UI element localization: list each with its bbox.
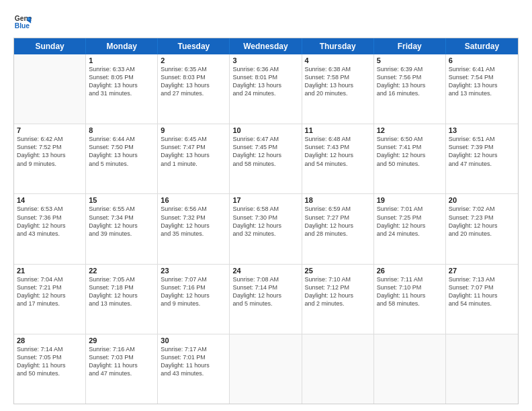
- day-info-line: Daylight: 12 hours: [232, 151, 298, 159]
- day-info-line: Sunrise: 6:55 AM: [89, 205, 154, 213]
- day-info-line: Daylight: 13 hours: [232, 81, 298, 89]
- logo: General Blue: [13, 12, 32, 31]
- day-info-line: Sunset: 7:16 PM: [161, 283, 226, 291]
- weekday-header-thursday: Thursday: [302, 38, 374, 54]
- day-info-line: Sunrise: 6:53 AM: [17, 205, 83, 213]
- day-info-line: Daylight: 12 hours: [17, 291, 83, 300]
- calendar-row-4: 21Sunrise: 7:04 AMSunset: 7:21 PMDayligh…: [14, 264, 518, 334]
- day-info-line: Sunrise: 6:50 AM: [377, 135, 443, 143]
- day-info-line: Sunset: 7:23 PM: [449, 214, 515, 222]
- day-info-line: Sunset: 7:39 PM: [449, 143, 515, 151]
- day-info-line: Sunset: 7:18 PM: [89, 283, 154, 291]
- day-cell-20: 20Sunrise: 7:02 AMSunset: 7:23 PMDayligh…: [446, 194, 518, 263]
- day-number: 7: [17, 126, 83, 134]
- day-info-line: and 5 minutes.: [232, 300, 298, 308]
- day-info-line: and 28 minutes.: [305, 230, 371, 238]
- day-info-line: Sunrise: 7:10 AM: [305, 275, 371, 283]
- day-number: 28: [17, 336, 83, 345]
- day-number: 1: [89, 56, 154, 64]
- day-info-line: Daylight: 13 hours: [89, 151, 154, 159]
- weekday-header-tuesday: Tuesday: [158, 38, 230, 54]
- calendar-header: SundayMondayTuesdayWednesdayThursdayFrid…: [14, 38, 518, 54]
- day-number: 17: [232, 196, 298, 204]
- day-info-line: and 20 minutes.: [449, 230, 515, 238]
- day-number: 4: [305, 56, 371, 64]
- day-info-line: Daylight: 12 hours: [17, 222, 83, 230]
- day-cell-8: 8Sunrise: 6:44 AMSunset: 7:50 PMDaylight…: [86, 124, 158, 193]
- day-info-line: Sunrise: 6:45 AM: [161, 135, 226, 143]
- weekday-header-sunday: Sunday: [14, 38, 86, 54]
- day-number: 26: [377, 267, 443, 275]
- day-info-line: Sunrise: 7:13 AM: [449, 275, 515, 283]
- day-number: 24: [232, 267, 298, 275]
- day-info-line: Sunrise: 6:42 AM: [17, 135, 83, 143]
- day-info-line: Daylight: 12 hours: [305, 151, 371, 159]
- calendar-row-2: 7Sunrise: 6:42 AMSunset: 7:52 PMDaylight…: [14, 124, 518, 193]
- day-info-line: Daylight: 12 hours: [377, 151, 443, 159]
- day-info-line: and 20 minutes.: [305, 89, 371, 97]
- day-info-line: Sunrise: 6:38 AM: [305, 65, 371, 73]
- day-info-line: Sunrise: 6:48 AM: [305, 135, 371, 143]
- day-cell-25: 25Sunrise: 7:10 AMSunset: 7:12 PMDayligh…: [302, 265, 374, 334]
- day-info-line: Daylight: 13 hours: [161, 81, 226, 89]
- day-number: 10: [232, 126, 298, 134]
- day-cell-28: 28Sunrise: 7:14 AMSunset: 7:05 PMDayligh…: [14, 334, 86, 404]
- weekday-header-wednesday: Wednesday: [230, 38, 302, 54]
- day-info-line: Sunrise: 7:05 AM: [89, 275, 154, 283]
- day-info-line: and 2 minutes.: [305, 300, 371, 308]
- calendar-row-1: 1Sunrise: 6:33 AMSunset: 8:05 PMDaylight…: [14, 54, 518, 124]
- day-number: 16: [161, 196, 226, 204]
- day-info-line: and 9 minutes.: [17, 160, 83, 168]
- day-cell-16: 16Sunrise: 6:56 AMSunset: 7:32 PMDayligh…: [158, 194, 230, 263]
- day-info-line: Daylight: 12 hours: [232, 291, 298, 300]
- empty-cell: [230, 334, 302, 404]
- day-info-line: Sunset: 7:32 PM: [161, 214, 226, 222]
- day-info-line: and 16 minutes.: [377, 89, 443, 97]
- day-info-line: and 24 minutes.: [232, 89, 298, 97]
- day-cell-7: 7Sunrise: 6:42 AMSunset: 7:52 PMDaylight…: [14, 124, 86, 193]
- day-info-line: Sunrise: 7:08 AM: [232, 275, 298, 283]
- day-info-line: Daylight: 13 hours: [17, 151, 83, 159]
- calendar-row-3: 14Sunrise: 6:53 AMSunset: 7:36 PMDayligh…: [14, 193, 518, 263]
- day-info-line: Daylight: 12 hours: [449, 222, 515, 230]
- day-info-line: Sunset: 7:01 PM: [161, 353, 226, 361]
- day-info-line: Sunset: 7:14 PM: [232, 283, 298, 291]
- day-info-line: and 43 minutes.: [17, 230, 83, 238]
- day-info-line: Sunset: 7:54 PM: [449, 73, 515, 81]
- day-info-line: Sunset: 7:43 PM: [305, 143, 371, 151]
- day-number: 13: [449, 126, 515, 134]
- day-number: 5: [377, 56, 443, 64]
- day-cell-12: 12Sunrise: 6:50 AMSunset: 7:41 PMDayligh…: [374, 124, 446, 193]
- day-info-line: Sunset: 7:03 PM: [89, 353, 154, 361]
- empty-cell: [446, 334, 518, 404]
- day-info-line: Sunrise: 6:39 AM: [377, 65, 443, 73]
- day-number: 8: [89, 126, 154, 134]
- day-info-line: Sunrise: 7:07 AM: [161, 275, 226, 283]
- calendar-body: 1Sunrise: 6:33 AMSunset: 8:05 PMDaylight…: [14, 54, 518, 404]
- day-number: 15: [89, 196, 154, 204]
- calendar: SundayMondayTuesdayWednesdayThursdayFrid…: [13, 38, 519, 404]
- day-number: 23: [161, 267, 226, 275]
- day-number: 27: [449, 267, 515, 275]
- day-info-line: Sunset: 7:34 PM: [89, 214, 154, 222]
- day-info-line: Sunset: 7:45 PM: [232, 143, 298, 151]
- day-info-line: Daylight: 11 hours: [161, 361, 226, 369]
- day-cell-15: 15Sunrise: 6:55 AMSunset: 7:34 PMDayligh…: [86, 194, 158, 263]
- day-info-line: Sunset: 7:58 PM: [305, 73, 371, 81]
- day-cell-1: 1Sunrise: 6:33 AMSunset: 8:05 PMDaylight…: [86, 54, 158, 124]
- day-info-line: and 31 minutes.: [89, 89, 154, 97]
- day-info-line: Daylight: 11 hours: [89, 361, 154, 369]
- day-info-line: Sunset: 7:56 PM: [377, 73, 443, 81]
- day-info-line: Daylight: 12 hours: [161, 222, 226, 230]
- day-info-line: Daylight: 11 hours: [449, 291, 515, 300]
- day-cell-21: 21Sunrise: 7:04 AMSunset: 7:21 PMDayligh…: [14, 265, 86, 334]
- day-number: 11: [305, 126, 371, 134]
- day-info-line: and 17 minutes.: [17, 300, 83, 308]
- day-info-line: Sunset: 7:36 PM: [17, 214, 83, 222]
- weekday-header-friday: Friday: [374, 38, 446, 54]
- day-info-line: Sunrise: 6:56 AM: [161, 205, 226, 213]
- day-info-line: Sunset: 7:05 PM: [17, 353, 83, 361]
- day-info-line: Sunset: 7:30 PM: [232, 214, 298, 222]
- day-info-line: Sunrise: 6:44 AM: [89, 135, 154, 143]
- day-info-line: Daylight: 12 hours: [89, 222, 154, 230]
